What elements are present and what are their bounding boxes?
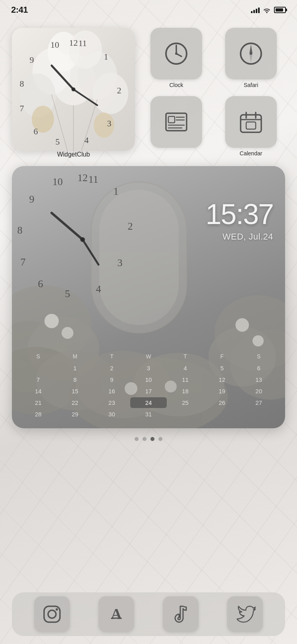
- tiktok-dock-icon[interactable]: [163, 596, 199, 632]
- svg-point-30: [175, 52, 177, 55]
- calendar-day: 10: [130, 374, 167, 385]
- calendar-day: [204, 409, 241, 420]
- svg-rect-41: [241, 115, 261, 132]
- top-section: 12 1 2 3 4 5 6 7 8 9 10 11: [12, 28, 285, 158]
- calendar-day: 16: [93, 386, 130, 396]
- calendar-week: 123456: [20, 363, 277, 373]
- cal-header-s1: S: [20, 352, 57, 360]
- clock-app-container: Clock: [142, 28, 210, 90]
- cal-header-t2: T: [167, 352, 204, 360]
- calendar-day: 18: [167, 386, 204, 396]
- small-widget-label: WidgetClub: [57, 151, 90, 158]
- svg-text:8: 8: [17, 224, 23, 236]
- calendar-day: 24: [130, 397, 167, 408]
- calendar-week: 21222324252627: [20, 397, 277, 408]
- svg-text:1: 1: [114, 186, 119, 197]
- small-widget-container: 12 1 2 3 4 5 6 7 8 9 10 11: [12, 28, 135, 158]
- page-dot-2: [143, 437, 147, 441]
- large-clock-face: 12 1 2 3 4 5 6 7 8 9 10 11: [12, 166, 155, 313]
- mini-calendar: S M T W T F S 12345678910111213141516171…: [20, 352, 277, 420]
- calendar-day: 21: [20, 397, 57, 408]
- svg-point-81: [48, 610, 56, 618]
- clock-app-name: Clock: [169, 82, 183, 88]
- calendar-body: 1234567891011121314151617181920212223242…: [20, 363, 277, 420]
- svg-text:4: 4: [96, 283, 101, 295]
- large-clock-widget[interactable]: 12 1 2 3 4 5 6 7 8 9 10 11 15:37: [12, 166, 285, 428]
- calendar-day: 3: [130, 363, 167, 373]
- safari-app-name: Safari: [244, 82, 258, 88]
- svg-point-60: [62, 327, 73, 339]
- svg-text:9: 9: [30, 55, 34, 65]
- news-icon: [163, 108, 190, 135]
- small-clock-face: 12 1 2 3 4 5 6 7 8 9 10 11: [12, 28, 135, 151]
- calendar-day: 17: [130, 386, 167, 396]
- battery-icon: [274, 7, 286, 13]
- calendar-day: [20, 363, 57, 373]
- svg-rect-36: [168, 116, 175, 123]
- news-app-icon[interactable]: [150, 96, 202, 148]
- svg-line-78: [83, 240, 98, 265]
- cal-header-m: M: [57, 352, 94, 360]
- svg-text:9: 9: [29, 193, 35, 205]
- svg-text:10: 10: [50, 40, 59, 50]
- signal-icon: [251, 7, 260, 13]
- status-icons: [251, 7, 286, 13]
- cal-header-s2: S: [240, 352, 277, 360]
- svg-text:12: 12: [69, 38, 78, 48]
- svg-point-59: [44, 314, 59, 328]
- safari-app-icon[interactable]: [225, 28, 277, 79]
- svg-text:6: 6: [38, 278, 43, 290]
- status-bar: 2:41: [0, 0, 297, 20]
- calendar-app-icon[interactable]: [225, 96, 277, 148]
- svg-text:11: 11: [88, 174, 98, 185]
- svg-text:2: 2: [117, 85, 122, 95]
- calendar-day: 25: [167, 397, 204, 408]
- safari-icon: [237, 40, 265, 68]
- calendar-day: 11: [167, 374, 204, 385]
- svg-point-61: [235, 318, 249, 332]
- svg-point-34: [250, 52, 252, 55]
- clock-app-icon[interactable]: [150, 28, 202, 79]
- calendar-day: [240, 409, 277, 420]
- small-clock-widget[interactable]: 12 1 2 3 4 5 6 7 8 9 10 11: [12, 28, 135, 151]
- calendar-week: 14151617181920: [20, 386, 277, 396]
- calendar-app-name: Calendar: [240, 150, 262, 157]
- home-screen: 12 1 2 3 4 5 6 7 8 9 10 11: [0, 20, 297, 644]
- calendar-day: 29: [57, 409, 94, 420]
- calendar-day: 6: [240, 363, 277, 373]
- calendar-day: 15: [57, 386, 94, 396]
- calendar-day: 26: [204, 397, 241, 408]
- instagram-icon: [41, 603, 63, 625]
- clock-icon: [162, 40, 190, 68]
- page-dot-1: [135, 437, 139, 441]
- page-dot-3: [150, 437, 154, 441]
- calendar-week: 78910111213: [20, 374, 277, 385]
- svg-text:6: 6: [34, 126, 38, 136]
- calendar-icon: [237, 108, 264, 135]
- appstore-icon: A: [105, 603, 127, 625]
- svg-rect-45: [246, 122, 256, 129]
- cal-header-f: F: [204, 352, 241, 360]
- cal-header-w: W: [130, 352, 167, 360]
- large-widget-section: 12 1 2 3 4 5 6 7 8 9 10 11 15:37: [12, 166, 285, 447]
- calendar-day: 13: [240, 374, 277, 385]
- calendar-header: S M T W T F S: [20, 352, 277, 360]
- calendar-day: 2: [93, 363, 130, 373]
- svg-text:7: 7: [20, 103, 24, 113]
- svg-text:4: 4: [85, 135, 89, 145]
- calendar-day: 28: [20, 409, 57, 420]
- instagram-dock-icon[interactable]: [34, 596, 70, 632]
- svg-text:12: 12: [77, 172, 88, 184]
- svg-point-62: [253, 335, 264, 346]
- svg-text:11: 11: [78, 38, 87, 48]
- page-dots: [135, 437, 162, 441]
- svg-text:3: 3: [107, 118, 112, 128]
- svg-point-79: [80, 237, 85, 242]
- digital-date: WED, Jul.24: [222, 232, 273, 242]
- calendar-day: 19: [204, 386, 241, 396]
- battery-fill: [276, 8, 283, 12]
- svg-line-24: [52, 66, 73, 89]
- appstore-dock-icon[interactable]: A: [98, 596, 134, 632]
- calendar-day: 12: [204, 374, 241, 385]
- twitter-dock-icon[interactable]: [227, 596, 263, 632]
